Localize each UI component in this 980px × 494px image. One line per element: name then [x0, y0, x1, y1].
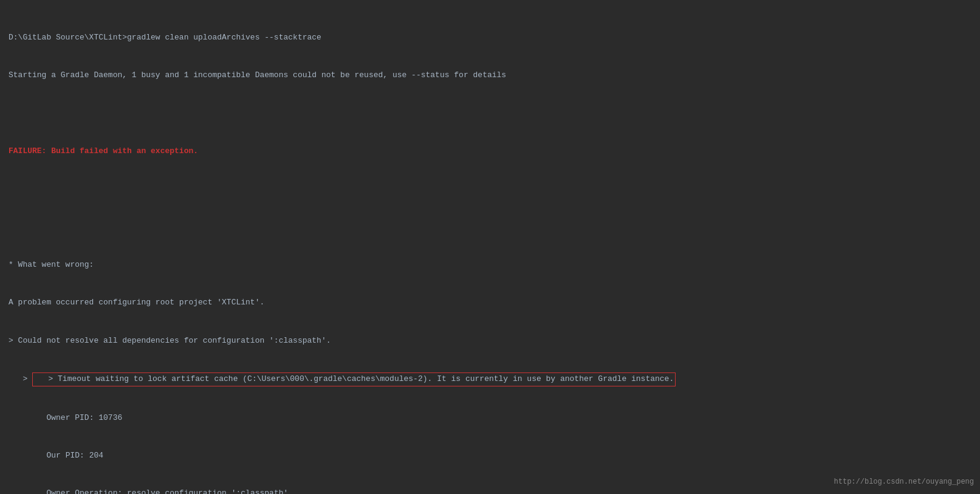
- blank-line-3: [9, 221, 971, 234]
- our-pid: Our PID: 204: [9, 450, 971, 462]
- failure-line: FAILURE: Build failed with an exception.: [9, 145, 971, 158]
- could-not-resolve: > Could not resolve all dependencies for…: [9, 335, 971, 348]
- owner-pid: Owner PID: 10736: [9, 412, 971, 425]
- what-went-wrong: * What went wrong:: [9, 259, 971, 272]
- command-line: D:\GitLab Source\XTCLint>gradlew clean u…: [9, 32, 971, 44]
- blank-line-1: [9, 107, 971, 120]
- problem-line: A problem occurred configuring root proj…: [9, 297, 971, 309]
- watermark: http://blog.csdn.net/ouyang_peng: [834, 476, 974, 488]
- owner-op: Owner Operation: resolve configuration '…: [9, 487, 971, 494]
- starting-line: Starting a Gradle Daemon, 1 busy and 1 i…: [9, 69, 971, 82]
- timeout-line: > > Timeout waiting to lock artifact cac…: [9, 372, 971, 386]
- timeout-highlighted: > Timeout waiting to lock artifact cache…: [32, 372, 676, 386]
- terminal-output: D:\GitLab Source\XTCLint>gradlew clean u…: [9, 6, 971, 494]
- blank-line-2: [9, 183, 971, 196]
